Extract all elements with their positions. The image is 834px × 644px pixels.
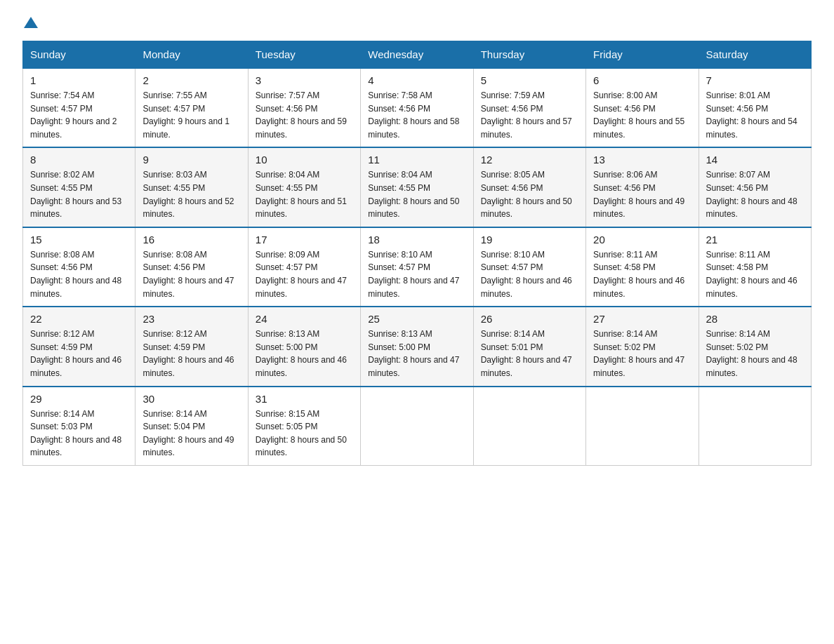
- day-number: 15: [30, 234, 128, 246]
- day-number: 13: [593, 154, 691, 166]
- day-info: Sunrise: 8:11 AMSunset: 4:58 PMDaylight:…: [706, 248, 804, 300]
- calendar-day-cell: 1Sunrise: 7:54 AMSunset: 4:57 PMDaylight…: [23, 68, 135, 147]
- col-thursday: Thursday: [473, 41, 585, 69]
- day-info: Sunrise: 8:06 AMSunset: 4:56 PMDaylight:…: [593, 168, 691, 220]
- calendar-day-cell: 21Sunrise: 8:11 AMSunset: 4:58 PMDayligh…: [699, 227, 811, 307]
- calendar-day-cell: 18Sunrise: 8:10 AMSunset: 4:57 PMDayligh…: [361, 227, 473, 307]
- day-info: Sunrise: 8:14 AMSunset: 5:02 PMDaylight:…: [706, 328, 804, 380]
- calendar-body: 1Sunrise: 7:54 AMSunset: 4:57 PMDaylight…: [23, 68, 812, 465]
- day-number: 24: [256, 313, 353, 325]
- calendar-day-cell: 30Sunrise: 8:14 AMSunset: 5:04 PMDayligh…: [135, 387, 248, 466]
- calendar-day-cell: 17Sunrise: 8:09 AMSunset: 4:57 PMDayligh…: [248, 227, 360, 307]
- day-info: Sunrise: 8:07 AMSunset: 4:56 PMDaylight:…: [706, 168, 804, 220]
- day-info: Sunrise: 8:13 AMSunset: 5:00 PMDaylight:…: [368, 328, 465, 380]
- day-number: 25: [368, 313, 465, 325]
- day-number: 7: [706, 74, 804, 86]
- calendar-day-cell: 27Sunrise: 8:14 AMSunset: 5:02 PMDayligh…: [586, 307, 699, 386]
- day-info: Sunrise: 8:04 AMSunset: 4:55 PMDaylight:…: [368, 168, 465, 220]
- calendar-day-cell: 22Sunrise: 8:12 AMSunset: 4:59 PMDayligh…: [23, 307, 135, 386]
- page-header: [22, 17, 812, 28]
- calendar-day-cell: [699, 387, 811, 466]
- calendar-day-cell: [473, 387, 585, 466]
- calendar-day-cell: 14Sunrise: 8:07 AMSunset: 4:56 PMDayligh…: [699, 147, 811, 227]
- col-sunday: Sunday: [23, 41, 135, 69]
- day-info: Sunrise: 8:10 AMSunset: 4:57 PMDaylight:…: [368, 248, 465, 300]
- calendar-day-cell: 26Sunrise: 8:14 AMSunset: 5:01 PMDayligh…: [473, 307, 585, 386]
- calendar-table: Sunday Monday Tuesday Wednesday Thursday…: [22, 41, 812, 466]
- day-info: Sunrise: 8:04 AMSunset: 4:55 PMDaylight:…: [256, 168, 353, 220]
- day-number: 20: [593, 234, 691, 246]
- calendar-week-row: 8Sunrise: 8:02 AMSunset: 4:55 PMDaylight…: [23, 147, 812, 227]
- calendar-day-cell: 6Sunrise: 8:00 AMSunset: 4:56 PMDaylight…: [586, 68, 699, 147]
- day-info: Sunrise: 8:15 AMSunset: 5:05 PMDaylight:…: [256, 408, 353, 459]
- calendar-day-cell: 20Sunrise: 8:11 AMSunset: 4:58 PMDayligh…: [586, 227, 699, 307]
- day-number: 12: [481, 154, 578, 166]
- day-info: Sunrise: 8:00 AMSunset: 4:56 PMDaylight:…: [593, 89, 691, 141]
- day-info: Sunrise: 8:14 AMSunset: 5:02 PMDaylight:…: [593, 328, 691, 380]
- day-number: 5: [481, 74, 578, 86]
- day-info: Sunrise: 8:09 AMSunset: 4:57 PMDaylight:…: [256, 248, 353, 300]
- col-monday: Monday: [135, 41, 248, 69]
- day-number: 8: [30, 154, 128, 166]
- day-info: Sunrise: 8:11 AMSunset: 4:58 PMDaylight:…: [593, 248, 691, 300]
- day-info: Sunrise: 7:55 AMSunset: 4:57 PMDaylight:…: [143, 89, 240, 141]
- day-number: 16: [143, 234, 240, 246]
- col-wednesday: Wednesday: [361, 41, 473, 69]
- day-number: 27: [593, 313, 691, 325]
- day-number: 2: [143, 74, 240, 86]
- calendar-week-row: 1Sunrise: 7:54 AMSunset: 4:57 PMDaylight…: [23, 68, 812, 147]
- day-info: Sunrise: 7:58 AMSunset: 4:56 PMDaylight:…: [368, 89, 465, 141]
- calendar-day-cell: 29Sunrise: 8:14 AMSunset: 5:03 PMDayligh…: [23, 387, 135, 466]
- day-number: 22: [30, 313, 128, 325]
- day-number: 10: [256, 154, 353, 166]
- day-number: 1: [30, 74, 128, 86]
- calendar-day-cell: 16Sunrise: 8:08 AMSunset: 4:56 PMDayligh…: [135, 227, 248, 307]
- calendar-day-cell: 8Sunrise: 8:02 AMSunset: 4:55 PMDaylight…: [23, 147, 135, 227]
- day-number: 19: [481, 234, 578, 246]
- day-number: 18: [368, 234, 465, 246]
- day-number: 11: [368, 154, 465, 166]
- calendar-day-cell: 10Sunrise: 8:04 AMSunset: 4:55 PMDayligh…: [248, 147, 360, 227]
- calendar-day-cell: 5Sunrise: 7:59 AMSunset: 4:56 PMDaylight…: [473, 68, 585, 147]
- calendar-day-cell: 9Sunrise: 8:03 AMSunset: 4:55 PMDaylight…: [135, 147, 248, 227]
- day-info: Sunrise: 7:59 AMSunset: 4:56 PMDaylight:…: [481, 89, 578, 141]
- logo-triangle-icon: [24, 17, 38, 28]
- day-info: Sunrise: 8:14 AMSunset: 5:03 PMDaylight:…: [30, 408, 128, 459]
- day-info: Sunrise: 8:08 AMSunset: 4:56 PMDaylight:…: [143, 248, 240, 300]
- day-info: Sunrise: 8:05 AMSunset: 4:56 PMDaylight:…: [481, 168, 578, 220]
- day-info: Sunrise: 8:01 AMSunset: 4:56 PMDaylight:…: [706, 89, 804, 141]
- day-info: Sunrise: 7:57 AMSunset: 4:56 PMDaylight:…: [256, 89, 353, 141]
- calendar-day-cell: 7Sunrise: 8:01 AMSunset: 4:56 PMDaylight…: [699, 68, 811, 147]
- day-info: Sunrise: 8:02 AMSunset: 4:55 PMDaylight:…: [30, 168, 128, 220]
- calendar-day-cell: 19Sunrise: 8:10 AMSunset: 4:57 PMDayligh…: [473, 227, 585, 307]
- calendar-day-cell: 28Sunrise: 8:14 AMSunset: 5:02 PMDayligh…: [699, 307, 811, 386]
- day-info: Sunrise: 7:54 AMSunset: 4:57 PMDaylight:…: [30, 89, 128, 141]
- col-saturday: Saturday: [699, 41, 811, 69]
- calendar-day-cell: 25Sunrise: 8:13 AMSunset: 5:00 PMDayligh…: [361, 307, 473, 386]
- weekday-header-row: Sunday Monday Tuesday Wednesday Thursday…: [23, 41, 812, 69]
- col-friday: Friday: [586, 41, 699, 69]
- day-info: Sunrise: 8:13 AMSunset: 5:00 PMDaylight:…: [256, 328, 353, 380]
- calendar-day-cell: 2Sunrise: 7:55 AMSunset: 4:57 PMDaylight…: [135, 68, 248, 147]
- day-number: 28: [706, 313, 804, 325]
- calendar-day-cell: [586, 387, 699, 466]
- day-info: Sunrise: 8:10 AMSunset: 4:57 PMDaylight:…: [481, 248, 578, 300]
- calendar-day-cell: 15Sunrise: 8:08 AMSunset: 4:56 PMDayligh…: [23, 227, 135, 307]
- calendar-day-cell: 3Sunrise: 7:57 AMSunset: 4:56 PMDaylight…: [248, 68, 360, 147]
- calendar-day-cell: 23Sunrise: 8:12 AMSunset: 4:59 PMDayligh…: [135, 307, 248, 386]
- calendar-day-cell: 24Sunrise: 8:13 AMSunset: 5:00 PMDayligh…: [248, 307, 360, 386]
- logo: [22, 17, 39, 28]
- calendar-week-row: 29Sunrise: 8:14 AMSunset: 5:03 PMDayligh…: [23, 387, 812, 466]
- day-number: 4: [368, 74, 465, 86]
- calendar-week-row: 15Sunrise: 8:08 AMSunset: 4:56 PMDayligh…: [23, 227, 812, 307]
- day-number: 26: [481, 313, 578, 325]
- col-tuesday: Tuesday: [248, 41, 360, 69]
- calendar-day-cell: 13Sunrise: 8:06 AMSunset: 4:56 PMDayligh…: [586, 147, 699, 227]
- day-number: 23: [143, 313, 240, 325]
- day-number: 30: [143, 393, 240, 405]
- day-number: 6: [593, 74, 691, 86]
- calendar-day-cell: [361, 387, 473, 466]
- day-number: 21: [706, 234, 804, 246]
- day-info: Sunrise: 8:12 AMSunset: 4:59 PMDaylight:…: [30, 328, 128, 380]
- day-info: Sunrise: 8:14 AMSunset: 5:04 PMDaylight:…: [143, 408, 240, 459]
